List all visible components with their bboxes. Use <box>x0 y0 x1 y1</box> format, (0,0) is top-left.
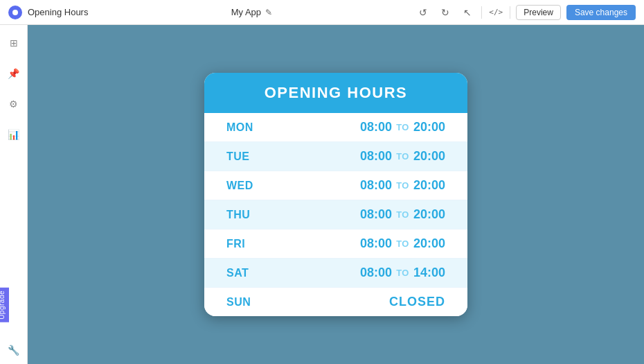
time-range: 08:00TO20:00 <box>275 178 445 193</box>
code-view-button[interactable]: </> <box>488 4 504 21</box>
open-time: 08:00 <box>360 236 392 251</box>
close-time: 14:00 <box>413 266 445 280</box>
to-label: TO <box>396 268 409 278</box>
day-label: THU <box>226 209 275 221</box>
save-changes-button[interactable]: Save changes <box>566 5 636 20</box>
redo-button[interactable]: ↻ <box>437 4 454 21</box>
time-range: 08:00TO20:00 <box>275 120 445 135</box>
close-time: 20:00 <box>413 178 445 193</box>
to-label: TO <box>396 180 409 191</box>
hours-row: WED08:00TO20:00 <box>204 171 467 200</box>
open-time: 08:00 <box>360 178 392 193</box>
open-time: 08:00 <box>360 266 392 280</box>
undo-button[interactable]: ↺ <box>415 4 431 21</box>
app-logo-icon <box>8 6 22 19</box>
canvas-area: OPENING HOURS MON08:00TO20:00TUE08:00TO2… <box>28 25 644 364</box>
hours-row: TUE08:00TO20:00 <box>204 142 467 171</box>
widget-header: OPENING HOURS <box>204 73 467 113</box>
toolbar-divider2 <box>510 6 510 19</box>
sidebar: ⊞ 📌 ⚙ 📊 Upgrade 🔧 <box>0 25 28 364</box>
edit-app-name-icon[interactable]: ✎ <box>265 8 272 17</box>
sidebar-icon-pin[interactable]: 📌 <box>4 64 24 83</box>
app-name-label: My App <box>231 7 261 17</box>
open-time: 08:00 <box>360 120 392 135</box>
topbar-right: ↺ ↻ ↖ </> Preview Save changes <box>415 4 636 21</box>
close-time: 20:00 <box>413 207 445 222</box>
sidebar-icon-settings[interactable]: ⚙ <box>4 94 24 114</box>
open-time: 08:00 <box>360 207 392 222</box>
sidebar-bottom-tool-icon[interactable]: 🔧 <box>8 345 19 356</box>
preview-button[interactable]: Preview <box>516 5 561 20</box>
to-label: TO <box>396 151 409 162</box>
topbar-left: Opening Hours <box>8 6 88 19</box>
hours-row: MON08:00TO20:00 <box>204 113 467 142</box>
upgrade-tab[interactable]: Upgrade <box>0 288 9 322</box>
hours-row: THU08:00TO20:00 <box>204 200 467 229</box>
to-label: TO <box>396 239 409 249</box>
to-label: TO <box>396 122 409 132</box>
sidebar-icon-grid[interactable]: ⊞ <box>4 33 24 53</box>
to-label: TO <box>396 209 409 220</box>
topbar-center: My App ✎ <box>231 7 272 17</box>
close-time: 20:00 <box>413 236 445 251</box>
topbar: Opening Hours My App ✎ ↺ ↻ ↖ </> Preview… <box>0 0 644 25</box>
day-label: SUN <box>226 296 275 309</box>
hours-table: MON08:00TO20:00TUE08:00TO20:00WED08:00TO… <box>204 113 467 316</box>
time-range: 08:00TO14:00 <box>275 266 445 280</box>
day-label: SAT <box>226 267 275 279</box>
widget-title: OPENING HOURS <box>221 84 451 102</box>
page-title: Opening Hours <box>28 7 88 17</box>
time-range: CLOSED <box>275 295 445 309</box>
hours-row: SAT08:00TO14:00 <box>204 259 467 288</box>
pointer-button[interactable]: ↖ <box>459 4 476 21</box>
day-label: TUE <box>226 150 275 163</box>
day-label: MON <box>226 121 275 134</box>
day-label: WED <box>226 180 275 192</box>
main-layout: ⊞ 📌 ⚙ 📊 Upgrade 🔧 OPENING HOURS MON08:00… <box>0 25 644 364</box>
day-label: FRI <box>226 238 275 250</box>
time-range: 08:00TO20:00 <box>275 149 445 164</box>
close-time: 20:00 <box>413 120 445 135</box>
closed-label: CLOSED <box>389 295 445 309</box>
sidebar-icon-chart[interactable]: 📊 <box>4 125 24 144</box>
close-time: 20:00 <box>413 149 445 164</box>
time-range: 08:00TO20:00 <box>275 207 445 222</box>
toolbar-divider <box>481 6 482 19</box>
time-range: 08:00TO20:00 <box>275 236 445 251</box>
hours-row: FRI08:00TO20:00 <box>204 229 467 259</box>
hours-row: SUNCLOSED <box>204 288 467 316</box>
opening-hours-widget: OPENING HOURS MON08:00TO20:00TUE08:00TO2… <box>204 73 467 316</box>
open-time: 08:00 <box>360 149 392 164</box>
